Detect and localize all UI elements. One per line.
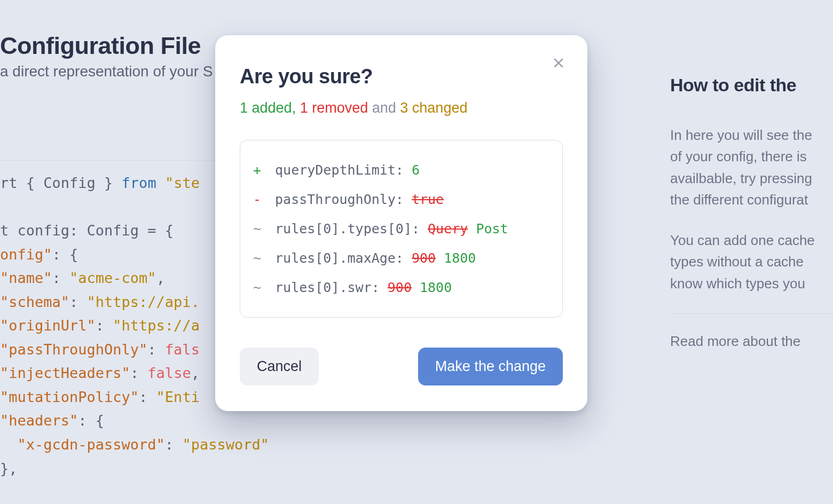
divider bbox=[670, 313, 833, 314]
read-more-link[interactable]: Read more about the bbox=[670, 333, 833, 350]
diff-line-changed: ~ rules[0].maxAge: 900 1800 bbox=[253, 243, 549, 273]
diff-line-added: + queryDepthLimit: 6 bbox=[253, 155, 549, 185]
modal-title: Are you sure? bbox=[240, 65, 563, 88]
diff-line-changed: ~ rules[0].swr: 900 1800 bbox=[253, 273, 549, 302]
confirm-modal: Are you sure? 1 added, 1 removed and 3 c… bbox=[215, 35, 587, 411]
diff-line-changed: ~ rules[0].types[0]: Query Post bbox=[253, 214, 549, 243]
confirm-button[interactable]: Make the change bbox=[418, 348, 563, 385]
close-icon bbox=[552, 57, 565, 69]
diff-summary: 1 added, 1 removed and 3 changed bbox=[240, 100, 563, 116]
help-paragraph-1: In here you will see theof your config, … bbox=[670, 124, 833, 210]
diff-line-removed: - passThroughOnly: true bbox=[253, 185, 549, 214]
close-button[interactable] bbox=[549, 53, 568, 73]
modal-actions: Cancel Make the change bbox=[240, 348, 563, 385]
help-heading: How to edit the bbox=[670, 75, 833, 96]
cancel-button[interactable]: Cancel bbox=[240, 348, 319, 385]
help-paragraph-2: You can add one cachetypes without a cac… bbox=[670, 230, 833, 294]
right-help-panel: How to edit the In here you will see the… bbox=[670, 75, 833, 350]
diff-box: + queryDepthLimit: 6 - passThroughOnly: … bbox=[240, 140, 563, 318]
